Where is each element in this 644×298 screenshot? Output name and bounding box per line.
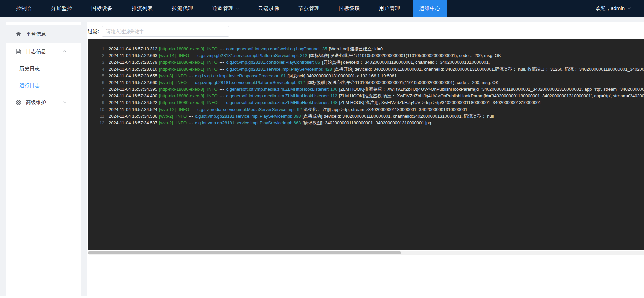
- nav-tab-label: 推流列表: [132, 5, 153, 12]
- navbar-tabs: 控制台分屏监控国标设备推流列表拉流代理通道管理云端录像节点管理国标级联用户管理运…: [7, 0, 450, 17]
- sidebar-subitem-history-log[interactable]: 历史日志: [6, 60, 81, 77]
- chevron-down-icon: [236, 7, 239, 10]
- nav-tab-label: 用户管理: [379, 5, 400, 12]
- log-message: [国标级联] 发送心跳,平台11010500002000000001(11010…: [307, 79, 499, 86]
- nav-tab-gb-devices[interactable]: 国标设备: [85, 0, 119, 17]
- log-timestamp: 2024-11-04 16:57:28.579: [109, 59, 157, 66]
- gear-icon: [15, 100, 21, 105]
- log-line-number: 5: [88, 73, 104, 79]
- log-line: 122024-11-04 16:57:34.537[wvp-2]INFO---c…: [88, 120, 644, 126]
- log-logger-class: c.genersoft.iot.vmp.media.zlm.ZLMHttpHoo…: [226, 93, 329, 99]
- nav-tab-channel-management[interactable]: 通道管理: [206, 0, 246, 17]
- filter-input[interactable]: [102, 26, 229, 37]
- top-navbar: 控制台分屏监控国标设备推流列表拉流代理通道管理云端录像节点管理国标级联用户管理运…: [0, 0, 644, 17]
- log-line-number: 6: [88, 79, 104, 86]
- log-message: [点播开始] deviceId: 34020000001180000001, c…: [334, 66, 644, 73]
- log-level: INFO: [207, 99, 217, 106]
- log-line-number: 8: [88, 93, 104, 99]
- log-logger-class: c.g.i.vmp.gb28181.service.impl.PlatformS…: [195, 79, 296, 86]
- nav-tab-cloud-recording[interactable]: 云端录像: [252, 0, 286, 17]
- log-separator: ---: [189, 120, 193, 126]
- chevron-up-icon: [63, 49, 67, 53]
- log-line-number: 7: [88, 86, 104, 93]
- log-source-line: 663: [294, 120, 301, 126]
- log-message: [Web-Log] 连接已建立: id=0: [329, 46, 383, 52]
- log-message: [ZLM HOOK]推流鉴权 响应： XwFtVZrtZbHJq4UV->OnP…: [339, 93, 644, 99]
- log-line-number: 3: [88, 59, 104, 66]
- log-line-number: 4: [88, 66, 104, 73]
- log-line: 92024-11-04 16:57:34.522[http-nio-18080-…: [88, 99, 644, 106]
- log-line-number: 10: [88, 106, 104, 113]
- log-timestamp: 2024-11-04 16:57:18.312: [109, 46, 157, 52]
- log-timestamp: 2024-11-04 16:57:34.537: [109, 120, 157, 126]
- chevron-down-icon: [627, 6, 631, 10]
- nav-tab-push-stream-list[interactable]: 推流列表: [125, 0, 159, 17]
- log-level: INFO: [176, 79, 187, 86]
- log-separator: ---: [191, 52, 195, 59]
- log-thread: [http-nio-18080-exec-8]: [159, 86, 204, 93]
- log-thread: [wvp-2]: [159, 113, 173, 120]
- nav-tab-node-management[interactable]: 节点管理: [292, 0, 326, 17]
- nav-tab-user-management[interactable]: 用户管理: [373, 0, 407, 17]
- nav-tab-label: 云端录像: [258, 5, 280, 12]
- log-level: INFO: [179, 106, 189, 113]
- log-line: 62024-11-04 16:57:32.660[wvp-5]INFO---c.…: [88, 79, 644, 86]
- sidebar: 平台信息 日志信息 历史日志 运行日志: [6, 22, 81, 296]
- sidebar-item-platform-info[interactable]: 平台信息: [6, 25, 81, 43]
- log-source-line: 428: [325, 66, 332, 73]
- log-separator: ---: [189, 73, 193, 79]
- log-thread: [wvp-14]: [159, 52, 176, 59]
- log-logger-class: c.g.i.v.media.service.impl.MediaServerSe…: [197, 106, 296, 113]
- user-menu[interactable]: 欢迎，admin: [596, 0, 644, 17]
- scrollbar-thumb[interactable]: [88, 251, 401, 254]
- log-line: 42024-11-04 16:57:28.610[http-nio-18080-…: [88, 66, 644, 73]
- log-separator: ---: [189, 113, 193, 120]
- log-message: [开始点播] deviceId： 34020000001180000001, c…: [322, 59, 490, 66]
- nav-tab-label: 分屏监控: [51, 5, 72, 12]
- page-bottom-divider: [0, 296, 644, 298]
- log-thread: [http-nio-18080-exec-9]: [159, 46, 204, 52]
- log-line: 52024-11-04 16:57:28.655[wvp-3]INFO---c.…: [88, 73, 644, 79]
- log-logger-class: c.g.iot.vmp.gb28181.controller.PlayContr…: [226, 59, 314, 66]
- log-line: 102024-11-04 16:57:34.524[wvp-12]INFO---…: [88, 106, 644, 113]
- sidebar-subitem-label: 运行日志: [19, 82, 40, 89]
- chevron-down-icon: [63, 100, 67, 104]
- log-line-number: 2: [88, 52, 104, 59]
- welcome-text: 欢迎，admin: [596, 5, 625, 12]
- log-thread: [wvp-2]: [159, 120, 173, 126]
- log-level: INFO: [207, 59, 217, 66]
- log-timestamp: 2024-11-04 16:57:34.395: [109, 86, 157, 93]
- log-line-number: 1: [88, 46, 104, 52]
- log-thread: [wvp-12]: [159, 106, 176, 113]
- log-timestamp: 2024-11-04 16:57:32.660: [109, 79, 157, 86]
- nav-tab-console[interactable]: 控制台: [10, 0, 39, 17]
- sidebar-item-log-info[interactable]: 日志信息: [6, 43, 81, 60]
- log-source-line: 92: [297, 106, 302, 113]
- log-console[interactable]: 12024-11-04 16:57:18.312[http-nio-18080-…: [88, 39, 644, 250]
- sidebar-item-advanced-maintenance[interactable]: 高级维护: [6, 94, 81, 111]
- home-icon: [15, 31, 21, 37]
- log-logger-class: c.g.iot.vmp.gb28181.service.impl.PlaySer…: [226, 66, 324, 73]
- log-source-line: 312: [298, 79, 305, 86]
- log-line-number: 11: [88, 113, 104, 120]
- nav-tab-label: 国标级联: [339, 5, 360, 12]
- nav-tab-label: 控制台: [16, 5, 32, 12]
- log-level: INFO: [207, 93, 217, 99]
- sidebar-subitem-runtime-log[interactable]: 运行日志: [6, 77, 81, 94]
- log-separator: ---: [191, 106, 195, 113]
- nav-tab-split-screen[interactable]: 分屏监控: [45, 0, 79, 17]
- log-timestamp: 2024-11-04 16:57:34.524: [109, 106, 157, 113]
- log-timestamp: 2024-11-04 16:57:28.655: [109, 73, 157, 79]
- log-line: 82024-11-04 16:57:34.400[http-nio-18080-…: [88, 93, 644, 99]
- nav-tab-ops-center[interactable]: 运维中心: [413, 0, 447, 17]
- log-line: 22024-11-04 16:57:22.663[wvp-14]INFO---c…: [88, 52, 644, 59]
- log-source-line: 35: [322, 46, 327, 52]
- nav-tab-gb-cascade[interactable]: 国标级联: [332, 0, 366, 17]
- log-separator: ---: [220, 59, 224, 66]
- log-thread: [http-nio-18080-exec-1]: [159, 59, 204, 66]
- log-level: INFO: [179, 52, 189, 59]
- nav-tab-pull-stream-proxy[interactable]: 拉流代理: [165, 0, 200, 17]
- log-thread: [wvp-3]: [159, 73, 173, 79]
- log-separator: ---: [220, 86, 224, 93]
- log-message: [ZLM HOOK] 流注册, XwFtVZrtZbHJq4UV->rtsp->…: [339, 99, 541, 106]
